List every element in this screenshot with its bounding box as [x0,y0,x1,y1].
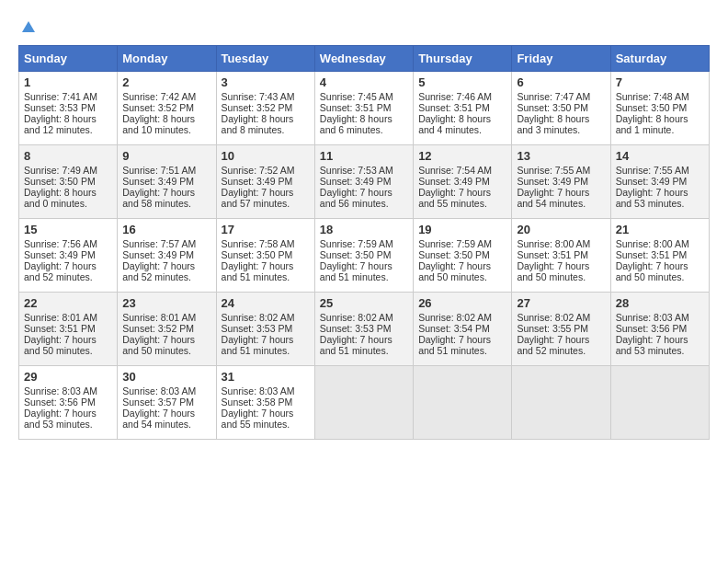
sunset: Sunset: 3:49 PM [24,249,96,260]
sunrise: Sunrise: 8:02 AM [517,312,590,323]
day-number: 21 [616,223,704,236]
sunrise: Sunrise: 7:47 AM [517,91,590,102]
daylight: Daylight: 7 hours and 55 minutes. [418,187,491,209]
daylight: Daylight: 7 hours and 50 minutes. [616,260,688,282]
day-number: 24 [222,296,310,310]
logo [18,23,37,36]
calendar-header-row: SundayMondayTuesdayWednesdayThursdayFrid… [19,46,710,72]
day-number: 7 [616,75,704,89]
page-header [18,18,710,36]
sunset: Sunset: 3:56 PM [24,396,96,408]
day-number: 20 [517,223,605,236]
sunrise: Sunrise: 7:46 AM [418,91,492,102]
sunrise: Sunrise: 8:03 AM [122,385,196,396]
calendar-cell: 20Sunrise: 8:00 AMSunset: 3:51 PMDayligh… [512,219,610,293]
day-number: 1 [24,75,112,89]
calendar-cell: 23Sunrise: 8:01 AMSunset: 3:52 PMDayligh… [118,293,216,366]
day-number: 9 [122,149,210,163]
sunrise: Sunrise: 7:58 AM [222,238,295,249]
sunrise: Sunrise: 8:03 AM [24,385,97,396]
daylight: Daylight: 7 hours and 54 minutes. [122,408,195,430]
calendar-cell: 31Sunrise: 8:03 AMSunset: 3:58 PMDayligh… [216,366,314,440]
calendar-cell: 29Sunrise: 8:03 AMSunset: 3:56 PMDayligh… [19,366,118,440]
day-number: 15 [24,223,112,236]
day-number: 2 [122,75,210,89]
week-row-5: 29Sunrise: 8:03 AMSunset: 3:56 PMDayligh… [19,366,710,440]
column-header-wednesday: Wednesday [314,46,413,72]
daylight: Daylight: 7 hours and 57 minutes. [222,187,294,209]
daylight: Daylight: 7 hours and 50 minutes. [122,334,195,356]
day-number: 10 [222,149,310,163]
calendar-table: SundayMondayTuesdayWednesdayThursdayFrid… [18,45,710,440]
sunrise: Sunrise: 7:49 AM [24,165,97,176]
calendar-cell: 15Sunrise: 7:56 AMSunset: 3:49 PMDayligh… [19,219,118,293]
calendar-cell: 14Sunrise: 7:55 AMSunset: 3:49 PMDayligh… [610,145,709,219]
day-number: 8 [24,149,112,163]
week-row-3: 15Sunrise: 7:56 AMSunset: 3:49 PMDayligh… [19,219,710,293]
daylight: Daylight: 7 hours and 54 minutes. [517,187,589,209]
sunset: Sunset: 3:51 PM [418,102,490,113]
day-number: 26 [418,296,506,310]
daylight: Daylight: 8 hours and 3 minutes. [517,113,589,135]
sunrise: Sunrise: 7:48 AM [616,91,689,102]
sunset: Sunset: 3:50 PM [222,249,293,260]
daylight: Daylight: 8 hours and 6 minutes. [320,113,392,135]
calendar-cell: 22Sunrise: 8:01 AMSunset: 3:51 PMDayligh… [19,293,118,366]
daylight: Daylight: 8 hours and 4 minutes. [418,113,491,135]
daylight: Daylight: 8 hours and 8 minutes. [222,113,294,135]
daylight: Daylight: 7 hours and 51 minutes. [320,260,392,282]
daylight: Daylight: 7 hours and 53 minutes. [24,408,97,430]
day-number: 6 [517,75,605,89]
sunrise: Sunrise: 7:55 AM [517,165,590,176]
calendar-cell: 6Sunrise: 7:47 AMSunset: 3:50 PMDaylight… [512,72,610,145]
daylight: Daylight: 7 hours and 51 minutes. [222,260,294,282]
sunrise: Sunrise: 7:59 AM [418,238,492,249]
calendar-cell: 19Sunrise: 7:59 AMSunset: 3:50 PMDayligh… [414,219,512,293]
daylight: Daylight: 7 hours and 55 minutes. [222,408,294,430]
calendar-body: 1Sunrise: 7:41 AMSunset: 3:53 PMDaylight… [19,72,710,440]
day-number: 23 [122,296,210,310]
sunrise: Sunrise: 7:55 AM [616,165,689,176]
sunset: Sunset: 3:50 PM [418,249,490,260]
day-number: 28 [616,296,704,310]
calendar-cell: 5Sunrise: 7:46 AMSunset: 3:51 PMDaylight… [414,72,512,145]
daylight: Daylight: 8 hours and 0 minutes. [24,187,97,209]
daylight: Daylight: 7 hours and 52 minutes. [517,334,589,356]
daylight: Daylight: 8 hours and 1 minute. [616,113,688,135]
calendar-cell: 17Sunrise: 7:58 AMSunset: 3:50 PMDayligh… [216,219,314,293]
sunset: Sunset: 3:50 PM [24,176,96,187]
sunset: Sunset: 3:52 PM [122,102,194,113]
sunset: Sunset: 3:49 PM [616,176,688,187]
calendar-cell: 9Sunrise: 7:51 AMSunset: 3:49 PMDaylight… [118,145,216,219]
sunset: Sunset: 3:51 PM [24,323,96,334]
calendar-cell [512,366,610,440]
sunset: Sunset: 3:54 PM [418,323,490,334]
calendar-cell [314,366,413,440]
sunrise: Sunrise: 7:51 AM [122,165,196,176]
sunrise: Sunrise: 7:59 AM [320,238,393,249]
calendar-cell: 16Sunrise: 7:57 AMSunset: 3:49 PMDayligh… [118,219,216,293]
calendar-cell: 10Sunrise: 7:52 AMSunset: 3:49 PMDayligh… [216,145,314,219]
sunrise: Sunrise: 7:45 AM [320,91,393,102]
sunset: Sunset: 3:51 PM [320,102,392,113]
sunset: Sunset: 3:57 PM [122,396,194,408]
calendar-cell: 26Sunrise: 8:02 AMSunset: 3:54 PMDayligh… [414,293,512,366]
sunset: Sunset: 3:49 PM [122,176,194,187]
sunrise: Sunrise: 8:03 AM [616,312,689,323]
calendar-cell: 8Sunrise: 7:49 AMSunset: 3:50 PMDaylight… [19,145,118,219]
sunset: Sunset: 3:50 PM [517,102,588,113]
sunset: Sunset: 3:49 PM [418,176,490,187]
day-number: 25 [320,296,408,310]
calendar-cell [610,366,709,440]
sunrise: Sunrise: 8:00 AM [517,238,590,249]
daylight: Daylight: 7 hours and 53 minutes. [616,334,688,356]
column-header-tuesday: Tuesday [216,46,314,72]
sunrise: Sunrise: 8:01 AM [24,312,97,323]
calendar-cell: 25Sunrise: 8:02 AMSunset: 3:53 PMDayligh… [314,293,413,366]
sunrise: Sunrise: 8:02 AM [222,312,295,323]
sunset: Sunset: 3:50 PM [320,249,392,260]
sunset: Sunset: 3:55 PM [517,323,588,334]
day-number: 27 [517,296,605,310]
sunset: Sunset: 3:49 PM [222,176,293,187]
sunrise: Sunrise: 7:42 AM [122,91,196,102]
